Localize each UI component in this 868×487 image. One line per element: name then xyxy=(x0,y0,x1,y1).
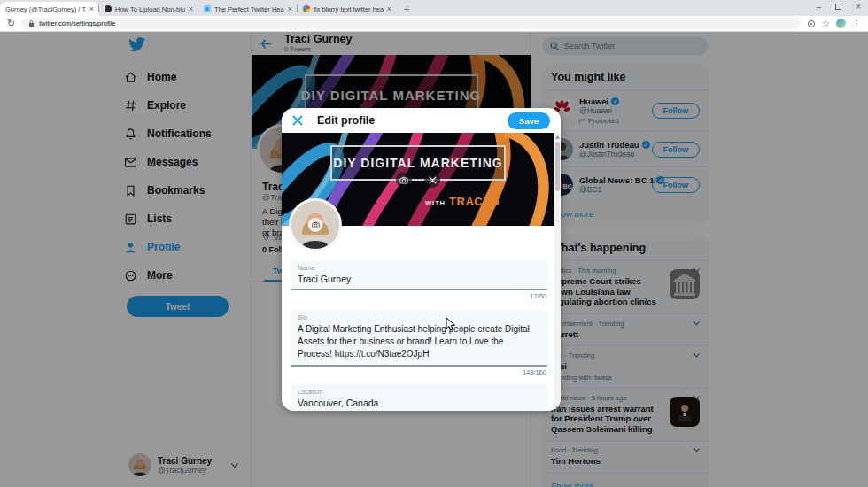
browser-tab-4[interactable]: fix blurry text twitter header - G... × xyxy=(298,2,397,16)
tab-title: fix blurry text twitter header - G... xyxy=(314,5,384,13)
tab-favicon xyxy=(105,5,112,12)
edit-avatar[interactable] xyxy=(289,198,342,251)
modal-title: Edit profile xyxy=(317,114,375,127)
tab-close-icon[interactable]: × xyxy=(387,4,391,13)
extension-icon[interactable] xyxy=(807,19,816,28)
bio-field[interactable]: Bio A Digital Marketing Enthusiast helpi… xyxy=(291,310,547,367)
location-field[interactable]: Location Vancouver, Canada xyxy=(291,384,547,411)
browser-tab-2[interactable]: How To Upload Non-blurry Qui... × xyxy=(99,2,198,16)
save-button[interactable]: Save xyxy=(508,112,550,129)
banner-title: DIY DIGITAL MARKETING xyxy=(333,156,502,170)
location-field-label: Location xyxy=(298,388,540,396)
remove-banner-photo-button[interactable] xyxy=(424,172,440,188)
name-field-value[interactable]: Traci Gurney xyxy=(298,274,540,284)
tab-favicon xyxy=(204,5,211,12)
bio-char-counter: 148/160 xyxy=(523,368,546,376)
browser-tab-current[interactable]: Gurney (@TraciGurney) / T... × xyxy=(0,2,99,16)
edit-profile-modal: Edit profile Save DIY DIGITAL MARKETING … xyxy=(282,108,561,411)
scrollbar-up-arrow[interactable] xyxy=(554,133,561,141)
bio-field-value[interactable]: A Digital Marketing Enthusiast helping p… xyxy=(298,323,540,360)
browser-toolbar: ↻ twitter.com/settings/profile ☆ ⋮ xyxy=(0,16,868,32)
tab-title: Gurney (@TraciGurney) / T... xyxy=(5,5,86,13)
camera-icon xyxy=(312,221,320,228)
modal-scrollbar[interactable] xyxy=(554,133,561,411)
mouse-cursor xyxy=(446,317,457,332)
lock-icon xyxy=(28,19,35,27)
name-field[interactable]: Name Traci Gurney xyxy=(291,260,547,290)
url-text: twitter.com/settings/profile xyxy=(39,19,115,27)
close-icon[interactable] xyxy=(292,115,303,126)
name-char-counter: 12/50 xyxy=(530,292,546,300)
modal-header: Edit profile Save xyxy=(282,108,561,133)
tab-title: The Perfect Twitter Header Size | xyxy=(214,5,284,13)
x-icon xyxy=(429,176,437,184)
address-bar[interactable]: twitter.com/settings/profile xyxy=(21,18,801,29)
browser-menu-icon[interactable]: ⋮ xyxy=(852,19,861,28)
tab-close-icon[interactable]: × xyxy=(89,4,94,13)
scrollbar-thumb[interactable] xyxy=(555,142,560,191)
window-close-button[interactable]: × xyxy=(856,2,861,12)
tab-close-icon[interactable]: × xyxy=(288,4,292,13)
window-maximize-button[interactable] xyxy=(835,4,841,10)
browser-tab-bar: Gurney (@TraciGurney) / T... × How To Up… xyxy=(0,0,868,16)
tab-title: How To Upload Non-blurry Qui... xyxy=(115,5,185,13)
tab-favicon-google xyxy=(303,5,310,12)
window-minimize-button[interactable]: – xyxy=(817,2,822,12)
reload-icon[interactable]: ↻ xyxy=(7,18,15,29)
camera-icon xyxy=(399,176,408,184)
browser-tab-3[interactable]: The Perfect Twitter Header Size | × xyxy=(198,2,298,16)
location-field-value[interactable]: Vancouver, Canada xyxy=(298,398,540,408)
bookmark-star-icon[interactable]: ☆ xyxy=(822,19,830,28)
new-tab-button[interactable]: + xyxy=(404,4,409,14)
modal-body: DIY DIGITAL MARKETING WITH TRACI G Name xyxy=(282,133,561,411)
name-field-label: Name xyxy=(298,264,540,272)
bio-field-label: Bio xyxy=(298,313,540,321)
add-banner-photo-button[interactable] xyxy=(396,172,412,188)
tab-close-icon[interactable]: × xyxy=(189,4,193,13)
browser-profile-avatar[interactable] xyxy=(836,19,846,28)
add-avatar-photo-button[interactable] xyxy=(308,218,322,232)
banner-subtitle: WITH TRACI G xyxy=(425,195,500,208)
